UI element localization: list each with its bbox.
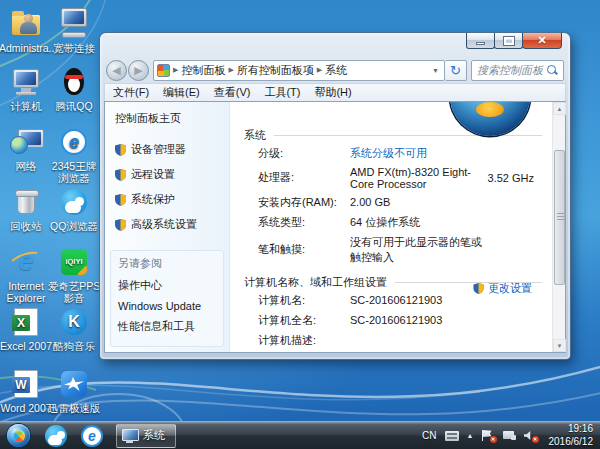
address-bar[interactable]: ▶ 控制面板 ▶ 所有控制面板项 ▶ 系统 ▼ [153, 60, 445, 81]
system-type-value: 64 位操作系统 [350, 215, 484, 230]
sidebar: 控制面板主页 设备管理器 远程设置 系统保护 高级系统设置 [105, 102, 230, 352]
menu-tools[interactable]: 工具(T) [264, 85, 300, 100]
sidebar-item-advanced-system-settings[interactable]: 高级系统设置 [115, 217, 223, 232]
show-hidden-icons[interactable]: ▲ [467, 432, 474, 439]
desktop-icon-qq-browser[interactable]: QQ浏览器 [47, 186, 101, 232]
window-client-area: 控制面板主页 设备管理器 远程设置 系统保护 高级系统设置 [104, 101, 566, 353]
scroll-down-arrow[interactable]: ▼ [553, 339, 566, 352]
back-button[interactable]: ◀ [106, 60, 127, 81]
breadcrumb-system[interactable]: 系统 [325, 63, 347, 78]
qq-penguin-icon [58, 66, 90, 98]
uac-shield-icon [115, 194, 126, 206]
sidebar-item-performance-tools[interactable]: 性能信息和工具 [118, 319, 216, 334]
language-indicator[interactable]: CN [422, 430, 436, 441]
desktop-icon-tencent-qq[interactable]: 腾讯QQ [47, 66, 101, 112]
desktop-icon-label: QQ浏览器 [47, 220, 101, 232]
volume-icon[interactable]: ✕ [524, 430, 537, 441]
see-also-title: 另请参阅 [118, 256, 216, 271]
scroll-up-arrow[interactable]: ▲ [553, 102, 566, 115]
refresh-button[interactable]: ↻ [445, 60, 467, 81]
action-center-icon[interactable]: ✕ [482, 430, 495, 441]
full-computer-name-value: SC-201606121903 [350, 314, 484, 326]
maximize-icon [504, 37, 514, 45]
desktop-icon-internet-explorer[interactable]: e Internet Explorer [0, 246, 53, 304]
clock[interactable]: 19:16 2016/6/12 [545, 423, 594, 448]
taskbar-qq-browser-icon[interactable] [45, 425, 67, 447]
breadcrumb-separator: ▶ [173, 66, 178, 74]
rating-label: 分级: [258, 146, 350, 161]
vertical-scrollbar[interactable]: ▲ ▼ [552, 102, 565, 352]
sidebar-item-remote-settings[interactable]: 远程设置 [115, 167, 223, 182]
computer-icon [10, 66, 42, 98]
search-icon [546, 64, 558, 76]
navigation-bar: ◀ ▶ ▶ 控制面板 ▶ 所有控制面板项 ▶ 系统 ▼ ↻ 搜索控制面板 [104, 57, 566, 83]
clock-date: 2016/6/12 [549, 436, 594, 449]
desktop-icon-label: 2345王牌浏览器 [47, 160, 101, 184]
desktop-icon-2345-browser[interactable]: e 2345王牌浏览器 [47, 126, 101, 184]
user-folder-icon [10, 8, 42, 40]
see-also-box: 另请参阅 操作中心 Windows Update 性能信息和工具 [110, 250, 224, 347]
computer-name-section: 计算机名称、域和工作组设置 更改设置 计算机名: SC-201606121903… [244, 275, 542, 352]
desktop-icon-label: Internet Explorer [0, 280, 53, 304]
close-button[interactable]: ✕ [522, 33, 562, 49]
menu-help[interactable]: 帮助(H) [314, 85, 351, 100]
forward-button[interactable]: ▶ [128, 60, 149, 81]
desktop-icon-computer[interactable]: 计算机 [0, 66, 53, 112]
alert-badge: ✕ [490, 436, 497, 443]
scrollbar-thumb[interactable] [554, 150, 565, 285]
search-box[interactable]: 搜索控制面板 [471, 60, 564, 81]
computer-name-value: SC-201606121903 [350, 294, 484, 306]
desktop-icon-xunlei[interactable]: 迅雷极速版 [47, 368, 101, 414]
breadcrumb-all-items[interactable]: 所有控制面板项 [237, 63, 314, 78]
sidebar-item-device-manager[interactable]: 设备管理器 [115, 142, 223, 157]
desktop-icon-label: 爱奇艺PPS影音 [47, 280, 101, 304]
2345-browser-icon: e [58, 126, 90, 158]
title-bar[interactable]: ✕ [104, 33, 566, 57]
menu-edit[interactable]: 编辑(E) [163, 85, 200, 100]
processor-value: AMD FX(tm)-8320 Eight-Core Processor [350, 166, 484, 190]
processor-speed: 3.52 GHz [488, 172, 542, 184]
start-button[interactable] [7, 424, 30, 447]
system-type-label: 系统类型: [258, 215, 350, 230]
minimize-icon [476, 42, 485, 45]
desktop-icon-kugou[interactable]: K 酷狗音乐 [47, 306, 101, 352]
address-dropdown-icon[interactable]: ▼ [430, 67, 441, 74]
desktop-icon-label: 网络 [0, 160, 53, 172]
menu-view[interactable]: 查看(V) [214, 85, 251, 100]
desktop-icon-label: 迅雷极速版 [47, 402, 101, 414]
network-icon [10, 126, 42, 158]
desktop-icon-excel[interactable]: X Excel 2007 [0, 306, 53, 352]
system-info-content: 系统 分级: 系统分级不可用 处理器: AMD FX(tm)-8320 Eigh… [230, 102, 552, 352]
sidebar-item-control-panel-home[interactable]: 控制面板主页 [115, 111, 223, 126]
desktop-icon-network[interactable]: 网络 [0, 126, 53, 172]
desktop-icon-word[interactable]: W Word 2007 [0, 368, 53, 414]
full-computer-name-label: 计算机全名: [258, 313, 350, 328]
caption-buttons: ✕ [467, 33, 562, 49]
desktop-icon-iqiyi[interactable]: iQIYI 爱奇艺PPS影音 [47, 246, 101, 304]
section-title-system: 系统 [244, 128, 266, 143]
broadband-icon [58, 8, 90, 40]
desktop-icon-label: Word 2007 [0, 402, 53, 414]
desktop-icon-administrator[interactable]: Administra... [0, 8, 53, 54]
computer-description-label: 计算机描述: [258, 333, 350, 348]
minimize-button[interactable] [466, 33, 495, 49]
desktop-icon-broadband[interactable]: 宽带连接 [47, 8, 101, 54]
iqiyi-icon: iQIYI [58, 246, 90, 278]
recycle-bin-icon [10, 186, 42, 218]
desktop-icon-recycle-bin[interactable]: 回收站 [0, 186, 53, 232]
taskbar-2345-browser-icon[interactable]: e [81, 425, 103, 447]
keyboard-layout-icon[interactable] [445, 431, 459, 441]
taskbar-task-system[interactable]: 系统 [116, 424, 176, 448]
system-window-icon [122, 429, 138, 443]
change-settings-link[interactable]: 更改设置 [473, 281, 532, 296]
rating-unavailable-link[interactable]: 系统分级不可用 [350, 146, 484, 161]
sidebar-item-action-center[interactable]: 操作中心 [118, 278, 216, 293]
processor-label: 处理器: [258, 170, 350, 185]
internet-explorer-icon: e [10, 246, 42, 278]
sidebar-item-windows-update[interactable]: Windows Update [118, 300, 216, 312]
network-tray-icon[interactable] [503, 430, 516, 441]
maximize-button[interactable] [494, 33, 523, 49]
breadcrumb-control-panel[interactable]: 控制面板 [181, 63, 225, 78]
menu-file[interactable]: 文件(F) [113, 85, 149, 100]
sidebar-item-system-protection[interactable]: 系统保护 [115, 192, 223, 207]
